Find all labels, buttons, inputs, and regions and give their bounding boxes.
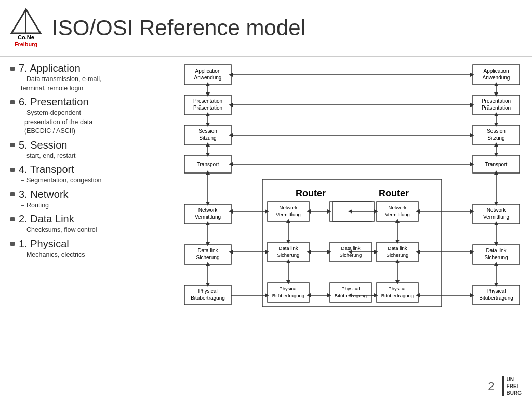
svg-text:Sicherung: Sicherung [387,252,409,258]
university-logo: UN FREI BURG [502,376,522,396]
bullet-3 [10,192,15,196]
page-title: ISO/OSI Reference model [52,16,305,41]
svg-text:Physical: Physical [279,286,297,291]
svg-text:Session: Session [198,128,217,134]
layer-5-desc: –start, end, restart [21,152,171,161]
diagram-svg: Application Anwendung Presentation Präse… [182,62,525,374]
layer-1: 1. Physical –Mechanics, electrics [10,238,171,260]
layer-6-title: 6. Presentation [10,96,171,108]
layer-1-desc: –Mechanics, electrics [21,250,171,260]
svg-text:Presentation: Presentation [482,98,511,104]
svg-text:Sitzung: Sitzung [199,135,216,141]
layer-7-title: 7. Application [10,62,171,74]
svg-text:Network: Network [487,207,507,213]
layer-3-title: 3. Network [10,189,171,201]
svg-text:Anwendung: Anwendung [194,75,222,81]
content-area: 7. Application –Data transmission, e-mai… [0,57,532,383]
svg-text:Data link: Data link [388,245,407,251]
osi-diagram: Application Anwendung Presentation Präse… [177,62,532,383]
svg-text:Sicherung: Sicherung [277,252,300,258]
svg-text:Sitzung: Sitzung [487,135,504,141]
svg-text:Bitübertragung: Bitübertragung [191,295,225,301]
svg-text:Bitübertragung: Bitübertragung [479,295,513,301]
logo: Co.Ne Freiburg [10,8,42,48]
svg-text:Sicherung: Sicherung [484,255,508,260]
layer-7-desc: –Data transmission, e-mail,terminal, rem… [21,75,171,93]
left-panel: 7. Application –Data transmission, e-mai… [0,62,177,383]
layer-7: 7. Application –Data transmission, e-mai… [10,62,171,93]
layer-4-title: 4. Transport [10,164,171,176]
layer-2: 2. Data Link –Checksums, flow control [10,213,171,235]
svg-text:Vermittlung: Vermittlung [276,211,301,217]
bullet-5 [10,143,15,147]
svg-text:Physical: Physical [341,286,360,291]
svg-text:Presentation: Presentation [193,98,222,104]
svg-text:Data link: Data link [279,245,298,251]
svg-text:Vermittlung: Vermittlung [195,214,221,220]
svg-text:Transport: Transport [197,162,219,167]
layer-3-desc: –Routing [21,201,171,210]
svg-text:Router: Router [379,188,409,198]
svg-text:Präsentation: Präsentation [482,105,511,111]
svg-text:Data link: Data link [341,245,361,251]
svg-text:Bitübertragung: Bitübertragung [381,292,414,298]
svg-text:Application: Application [195,68,221,74]
svg-text:Data link: Data link [198,248,219,254]
svg-text:Physical: Physical [486,288,506,294]
bullet-6 [10,100,15,104]
svg-text:Physical: Physical [198,288,217,294]
header: Co.Ne Freiburg ISO/OSI Reference model [0,0,532,57]
svg-text:Präsentation: Präsentation [193,105,222,111]
diagram-container: Application Anwendung Presentation Präse… [182,62,525,374]
svg-text:Physical: Physical [388,286,406,291]
layer-3: 3. Network –Routing [10,189,171,210]
layer-2-desc: –Checksums, flow control [21,225,171,235]
footer: 2 UN FREI BURG [488,376,522,396]
svg-text:Data link: Data link [486,248,507,254]
svg-text:Network: Network [389,205,407,210]
layer-6-desc: –System-dependent presentation of the da… [21,109,171,136]
svg-text:Vermittlung: Vermittlung [483,214,509,220]
svg-text:Vermittlung: Vermittlung [385,211,410,217]
svg-text:Anwendung: Anwendung [483,75,510,81]
bullet-2 [10,217,15,221]
bullet-1 [10,242,15,246]
bullet-7 [10,66,15,71]
layer-6: 6. Presentation –System-dependent presen… [10,96,171,136]
layer-2-title: 2. Data Link [10,213,171,225]
svg-text:Transport: Transport [485,162,508,167]
svg-text:Network: Network [280,205,298,210]
layer-5: 5. Session –start, end, restart [10,139,171,161]
page-number: 2 [488,380,494,393]
svg-text:Router: Router [296,188,326,198]
svg-text:Application: Application [484,68,509,74]
layer-5-title: 5. Session [10,139,171,151]
svg-text:Session: Session [487,128,506,134]
bullet-4 [10,168,15,172]
layer-1-title: 1. Physical [10,238,171,250]
svg-text:Bitübertragung: Bitübertragung [272,292,304,298]
svg-text:Sicherung: Sicherung [196,255,219,260]
logo-text: Co.Ne Freiburg [15,34,38,48]
svg-text:Network: Network [198,207,218,213]
logo-icon [10,8,42,34]
layer-4: 4. Transport –Segmentation, congestion [10,164,171,185]
layer-4-desc: –Segmentation, congestion [21,176,171,185]
